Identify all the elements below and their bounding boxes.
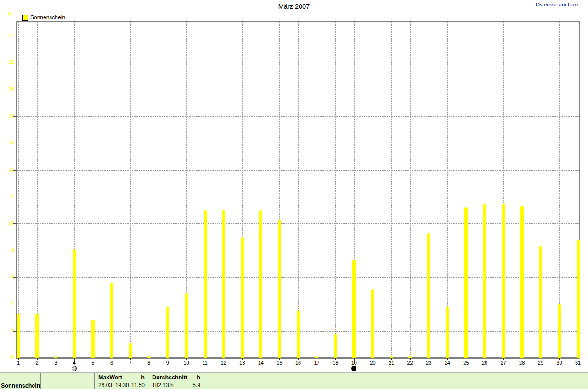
- status-series-cell: Sonnenschein: [0, 373, 40, 389]
- legend-color-swatch-icon: [22, 15, 28, 21]
- day-label-15: 15: [272, 360, 286, 366]
- y-axis-label-16: 16: [0, 140, 14, 146]
- legend-series-label: Sonnenschein: [30, 14, 65, 21]
- y-axis-label-0: 0: [0, 355, 14, 360]
- y-axis-label-4: 4: [0, 301, 14, 307]
- day-label-20: 20: [366, 360, 379, 366]
- y-axis-label-12: 12: [0, 194, 14, 200]
- weather-chart-window: März 2007 Osterode am Harz h Sonnenschei…: [0, 0, 588, 389]
- status-empty-cell: [40, 373, 94, 389]
- day-label-31: 31: [571, 360, 585, 366]
- day-label-29: 29: [534, 360, 548, 366]
- maxwert-unit: h: [141, 374, 145, 381]
- y-axis-label-6: 6: [0, 274, 14, 280]
- day-label-16: 16: [291, 360, 305, 366]
- day-label-26: 26: [478, 360, 492, 366]
- day-label-6: 6: [105, 360, 119, 366]
- y-axis-label-20: 20: [0, 86, 14, 92]
- status-filler-cell: [204, 373, 588, 389]
- day-label-25: 25: [459, 360, 473, 366]
- durchschnitt-value: 5.9: [192, 382, 200, 389]
- full-moon-icon: [72, 366, 77, 371]
- day-label-13: 13: [235, 360, 249, 366]
- durchschnitt-header: Durchschnitt: [152, 374, 187, 381]
- day-label-7: 7: [124, 360, 137, 366]
- x-axis-tick: [354, 358, 355, 364]
- y-axis-label-10: 10: [0, 220, 14, 226]
- day-label-22: 22: [403, 360, 417, 366]
- legend: Sonnenschein: [22, 14, 65, 21]
- day-label-19: 19: [347, 360, 361, 366]
- day-label-3: 3: [49, 360, 62, 366]
- status-bar: Sonnenschein MaxWert h 26.03. 19:30 11.5…: [0, 372, 588, 389]
- maxwert-header: MaxWert: [98, 374, 122, 381]
- durchschnitt-total: 182:13 h: [152, 382, 174, 389]
- day-label-12: 12: [217, 360, 231, 366]
- y-axis-label-8: 8: [0, 247, 14, 253]
- day-label-27: 27: [497, 360, 510, 366]
- day-label-28: 28: [515, 360, 529, 366]
- day-label-17: 17: [310, 360, 324, 366]
- status-series-label: Sonnenschein: [1, 383, 40, 389]
- day-label-5: 5: [86, 360, 100, 366]
- status-maxwert-cell: MaxWert h 26.03. 19:30 11.50: [94, 373, 148, 389]
- day-label-14: 14: [254, 360, 268, 366]
- day-label-21: 21: [384, 360, 398, 366]
- day-label-8: 8: [142, 360, 156, 366]
- y-axis-label-24: 24: [0, 33, 14, 39]
- durchschnitt-unit: h: [197, 374, 200, 381]
- day-label-2: 2: [30, 360, 44, 366]
- y-axis-label-18: 18: [0, 113, 14, 119]
- maxwert-value: 11.50: [131, 382, 145, 389]
- y-axis-label-2: 2: [0, 328, 14, 334]
- status-durchschnitt-cell: Durchschnitt h 182:13 h 5.9: [148, 373, 204, 389]
- y-axis-unit-label: h: [8, 11, 11, 17]
- day-label-4: 4: [68, 360, 81, 366]
- maxwert-datetime: 26.03. 19:30: [98, 382, 129, 389]
- x-axis-tick: [74, 358, 75, 364]
- y-axis-label-22: 22: [0, 59, 14, 65]
- day-label-11: 11: [198, 360, 212, 366]
- y-axis-label-14: 14: [0, 167, 14, 173]
- day-label-23: 23: [422, 360, 435, 366]
- day-label-9: 9: [161, 360, 175, 366]
- new-moon-icon: [351, 366, 356, 371]
- day-label-1: 1: [11, 360, 25, 366]
- station-name-link[interactable]: Osterode am Harz: [536, 2, 579, 7]
- day-label-10: 10: [179, 360, 193, 366]
- chart-title: März 2007: [0, 3, 588, 10]
- day-label-30: 30: [552, 360, 566, 366]
- plot-area: [16, 21, 580, 359]
- day-label-24: 24: [441, 360, 454, 366]
- day-label-18: 18: [328, 360, 342, 366]
